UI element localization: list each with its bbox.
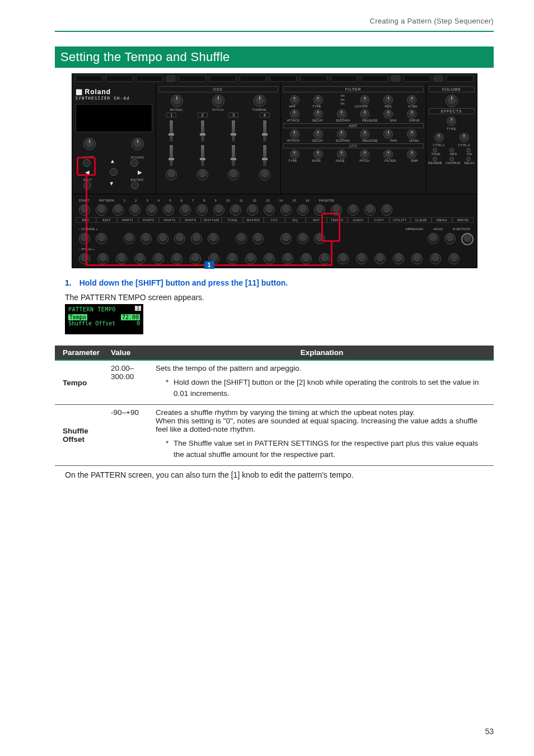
step-text: Hold down the [SHIFT] button and press t…: [79, 278, 288, 287]
osc-pitch-knob: [212, 95, 224, 107]
osc-btn-1: [166, 169, 177, 180]
osc-model-knob: [171, 95, 183, 107]
volume-knob: [446, 95, 458, 107]
col-parameter: Parameter: [55, 346, 105, 360]
left-knob-2: [132, 138, 144, 150]
screen-appears-text: The PATTERN TEMPO screen appears.: [65, 293, 494, 302]
dpad-center: [110, 168, 118, 176]
footnote: On the PATTERN screen, you can also turn…: [65, 470, 494, 479]
col-value: Value: [105, 346, 150, 360]
filter-section-label: FILTER: [283, 86, 424, 92]
product-subtitle: SYNTHESIZER SH-4d: [76, 96, 152, 101]
osc-btn-2: [197, 169, 208, 180]
breadcrumb: Creating a Pattern (Step Sequencer): [55, 17, 494, 25]
effects-section-label: EFFECTS: [429, 108, 475, 114]
volume-section-label: VOLUME: [429, 86, 475, 92]
table-row: Shuffle Offset -90–+90 Creates a shuffle…: [55, 405, 494, 466]
enter-button: [131, 181, 139, 189]
step-number: 1.: [65, 278, 72, 287]
header-divider: [55, 31, 494, 32]
d-motion-button: [461, 233, 474, 245]
step-1: 1. Hold down the [SHIFT] button and pres…: [65, 278, 494, 287]
col-explanation: Explanation: [150, 346, 494, 360]
osc-section-label: OSC: [158, 86, 278, 92]
table-row: Tempo 20.00–300.00 Sets the tempo of the…: [55, 360, 494, 405]
synth-panel-figure: ▦Roland SYNTHESIZER SH-4d SHIFT ▲ SOUND: [72, 73, 477, 268]
osc-timbre-knob: [254, 95, 266, 107]
pattern-tempo-lcd: PATTERN TEMPO 1 Tempo72.00 Shuffle Offse…: [65, 304, 143, 334]
left-knob-1: [83, 138, 96, 150]
synth-screen: [76, 104, 152, 132]
brand-logo: ▦Roland: [76, 87, 152, 96]
sound-button: [130, 159, 138, 167]
shift-button: [83, 159, 91, 167]
osc-btn-3: [228, 169, 239, 180]
exit-button: [83, 181, 91, 189]
page-number: 53: [485, 727, 494, 736]
section-title: Setting the Tempo and Shuffle: [55, 46, 494, 68]
callout-1-badge: 1: [204, 261, 214, 269]
osc-btn-4: [259, 169, 270, 180]
parameter-table: Parameter Value Explanation Tempo 20.00–…: [55, 346, 494, 466]
